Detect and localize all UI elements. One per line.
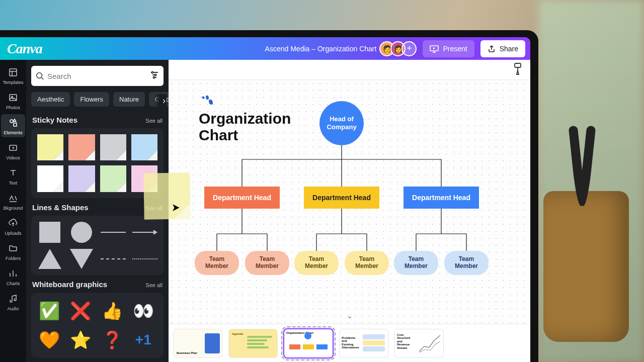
slide-thumb-2[interactable]: Agenda bbox=[229, 329, 277, 357]
shape-triangle-up[interactable] bbox=[38, 249, 61, 269]
collaborator-avatars: 🧑 👩 + bbox=[383, 41, 417, 56]
sticky-white[interactable] bbox=[37, 165, 63, 192]
node-team-1a[interactable]: TeamMember bbox=[195, 251, 239, 275]
app-logo[interactable]: Canva bbox=[7, 41, 42, 57]
rail-label: Videos bbox=[6, 155, 20, 160]
rail-photos[interactable]: Photos bbox=[1, 89, 25, 112]
filmstrip: Business Plan Agenda Organization Chart bbox=[169, 324, 530, 362]
whiteboard-card: ✅ ❌ 👍 👀 🧡 ⭐ ❓ +1 bbox=[31, 293, 164, 358]
canvas-toolbar bbox=[169, 60, 530, 80]
rail-folders[interactable]: Folders bbox=[1, 240, 25, 263]
section-title-lines: Lines & Shapes bbox=[32, 203, 89, 212]
node-head-of-company[interactable]: Head of Company bbox=[319, 101, 364, 145]
rail-label: Bkground bbox=[4, 206, 23, 211]
dragging-sticky-note[interactable] bbox=[143, 172, 191, 220]
background-icon bbox=[8, 193, 19, 204]
collapse-filmstrip-icon[interactable]: ⌄ bbox=[344, 311, 356, 321]
present-button[interactable]: Present bbox=[423, 40, 474, 57]
share-label: Share bbox=[500, 45, 518, 53]
chip-gradient[interactable]: Gradient bbox=[149, 92, 169, 107]
slide-thumb-4[interactable]: Problems and Existing Alternatives bbox=[340, 329, 388, 357]
document-title[interactable]: Ascend Media – Organization Chart bbox=[265, 45, 384, 53]
chart-title[interactable]: OrganizationChart bbox=[199, 110, 291, 143]
chip-flowers[interactable]: Flowers bbox=[74, 92, 109, 107]
rail-label: Text bbox=[9, 180, 18, 186]
sticker-cross[interactable]: ❌ bbox=[68, 299, 93, 323]
slide-thumb-5[interactable]: Cost Structure and Revenue Stream bbox=[395, 329, 443, 357]
templates-icon bbox=[8, 67, 19, 78]
videos-icon bbox=[8, 142, 19, 153]
sticker-plus-one[interactable]: +1 bbox=[131, 328, 155, 352]
node-dept-2[interactable]: Department Head bbox=[304, 187, 379, 209]
sticky-yellow[interactable] bbox=[37, 134, 63, 160]
svg-point-9 bbox=[154, 74, 156, 75]
rail-uploads[interactable]: Uploads bbox=[1, 215, 25, 238]
sticker-thumbs[interactable]: 👍 bbox=[100, 299, 124, 323]
node-team-1b[interactable]: TeamMember bbox=[245, 251, 289, 275]
shape-dashed-line[interactable] bbox=[101, 258, 126, 259]
sticker-eyes[interactable]: 👀 bbox=[131, 299, 155, 323]
text-icon bbox=[8, 167, 19, 178]
chip-aesthetic[interactable]: Aesthetic bbox=[31, 92, 70, 107]
slide-thumb-1[interactable]: Business Plan bbox=[174, 329, 222, 357]
slide-thumb-3[interactable]: Organization Chart bbox=[284, 329, 333, 357]
sticky-coral[interactable] bbox=[68, 134, 95, 160]
see-all-whiteboard[interactable]: See all bbox=[145, 282, 163, 288]
lines-shapes-card bbox=[31, 216, 164, 275]
svg-rect-1 bbox=[10, 69, 17, 76]
node-team-3a[interactable]: TeamMember bbox=[394, 251, 438, 275]
section-title-whiteboard: Whiteboard graphics bbox=[32, 280, 107, 289]
nav-rail: Templates Photos Elements Videos Text Bk… bbox=[0, 60, 26, 362]
shape-circle[interactable] bbox=[71, 222, 92, 243]
node-dept-3[interactable]: Department Head bbox=[404, 187, 479, 209]
rail-background[interactable]: Bkground bbox=[1, 190, 25, 213]
share-button[interactable]: Share bbox=[480, 40, 525, 57]
search-field[interactable] bbox=[31, 66, 164, 86]
rail-videos[interactable]: Videos bbox=[1, 139, 25, 162]
sticky-lavender[interactable] bbox=[68, 165, 95, 192]
node-team-2a[interactable]: TeamMember bbox=[294, 251, 339, 275]
add-collaborator-button[interactable]: + bbox=[401, 41, 417, 56]
filter-icon[interactable] bbox=[149, 70, 159, 81]
sticky-green[interactable] bbox=[100, 165, 126, 192]
shape-line[interactable] bbox=[101, 232, 126, 233]
canvas-area: OrganizationChart Head of Company bbox=[169, 60, 530, 362]
folders-icon bbox=[8, 243, 19, 254]
sticker-question[interactable]: ❓ bbox=[100, 328, 124, 352]
node-team-3b[interactable]: TeamMember bbox=[444, 251, 489, 275]
rail-charts[interactable]: Charts bbox=[1, 265, 25, 288]
rail-label: Charts bbox=[7, 281, 20, 286]
see-all-sticky[interactable]: See all bbox=[145, 118, 163, 124]
company-logo-icon[interactable] bbox=[200, 95, 215, 107]
chip-nature[interactable]: Nature bbox=[113, 92, 145, 107]
rail-label: Uploads bbox=[5, 231, 21, 236]
rail-templates[interactable]: Templates bbox=[1, 64, 25, 87]
present-label: Present bbox=[443, 45, 467, 53]
rail-text[interactable]: Text bbox=[1, 164, 25, 188]
node-team-2b[interactable]: TeamMember bbox=[345, 251, 389, 275]
sticker-heart[interactable]: 🧡 bbox=[37, 328, 61, 352]
shape-arrow[interactable] bbox=[132, 230, 157, 235]
search-input[interactable] bbox=[47, 72, 146, 80]
audio-icon bbox=[8, 293, 19, 304]
rail-label: Audio bbox=[7, 306, 19, 311]
format-painter-icon[interactable] bbox=[512, 62, 523, 77]
shape-dotted-line[interactable] bbox=[132, 258, 157, 259]
search-icon bbox=[35, 71, 44, 80]
canvas[interactable]: OrganizationChart Head of Company bbox=[169, 80, 530, 324]
shape-square[interactable] bbox=[39, 222, 60, 243]
node-dept-1[interactable]: Department Head bbox=[204, 187, 280, 209]
rail-label: Photos bbox=[6, 105, 20, 110]
rail-audio[interactable]: Audio bbox=[1, 290, 25, 313]
svg-point-4 bbox=[10, 120, 13, 123]
sticker-check[interactable]: ✅ bbox=[37, 299, 61, 323]
section-title-sticky: Sticky Notes bbox=[32, 116, 77, 124]
sticky-blue[interactable] bbox=[131, 134, 157, 160]
uploads-icon bbox=[8, 218, 19, 229]
sticky-gray[interactable] bbox=[100, 134, 126, 160]
rail-elements[interactable]: Elements bbox=[1, 114, 25, 137]
charts-icon bbox=[8, 268, 19, 279]
sticker-star[interactable]: ⭐ bbox=[68, 328, 93, 352]
shape-triangle-down[interactable] bbox=[70, 249, 93, 269]
suggestion-chips: Aesthetic Flowers Nature Gradient bbox=[31, 92, 164, 107]
